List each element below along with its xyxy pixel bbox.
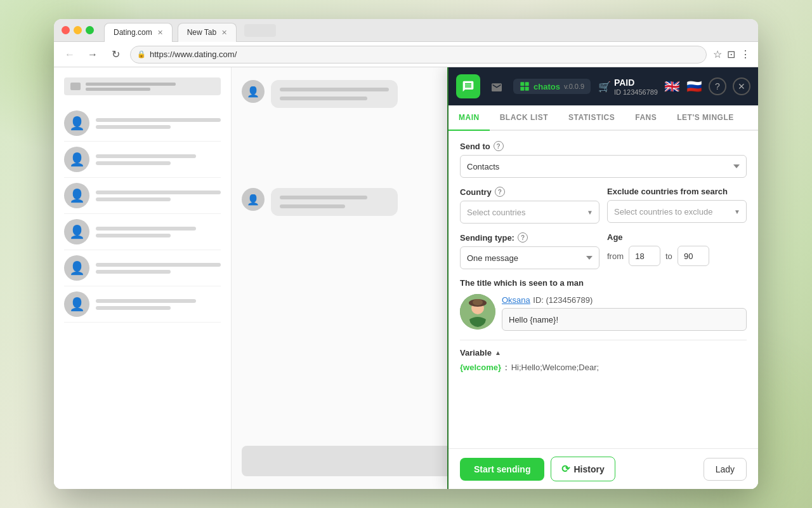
ext-main-content: Send to ? Contacts Country ? [449, 131, 758, 448]
sender-info: Oksana ID: (123456789) [502, 294, 747, 331]
close-window-btn[interactable] [62, 26, 70, 34]
bookmark-icon[interactable]: ☆ [713, 48, 722, 60]
tab-dating-close[interactable]: ✕ [157, 29, 163, 37]
avatar: 👤 [242, 80, 265, 103]
flag-ru-icon[interactable]: 🇷🇺 [686, 79, 702, 94]
sender-name-row: Oksana ID: (123456789) [502, 294, 747, 305]
list-item[interactable]: 👤 [64, 178, 221, 214]
dtb-lines [86, 83, 214, 91]
list-item[interactable]: 👤 [64, 214, 221, 250]
sending-type-select[interactable]: One message [460, 246, 599, 269]
maximize-window-btn[interactable] [86, 26, 94, 34]
dating-top-bar [64, 77, 221, 95]
avatar: 👤 [64, 291, 89, 317]
tab-statistics[interactable]: STATISTICS [558, 105, 625, 131]
address-bar[interactable]: 🔒 https://www.dating.com/ [130, 46, 707, 64]
country-help-icon[interactable]: ? [495, 187, 505, 197]
close-extension-button[interactable]: ✕ [733, 77, 750, 95]
send-to-help-icon[interactable]: ? [494, 141, 504, 151]
age-to-input[interactable] [678, 246, 709, 266]
avatar: 👤 [242, 188, 265, 211]
variable-section: Variable ▲ {welcome} : Hi;Hello;Welcome;… [460, 340, 747, 372]
paid-id: ID 123456789 [614, 88, 658, 96]
profile-lines [96, 118, 221, 129]
country-group: Country ? Select countries ▼ [460, 187, 599, 224]
ext-header: chatos v.0.0.9 🛒 PAID ID 123456789 🇬🇧 🇷🇺… [449, 67, 758, 105]
tab-fans[interactable]: FANS [625, 105, 667, 131]
tab-main[interactable]: MAIN [449, 105, 490, 131]
svg-rect-2 [520, 87, 524, 91]
sender-id: ID: (123456789) [533, 295, 593, 305]
variable-row: {welcome} : Hi;Hello;Welcome;Dear; [460, 363, 747, 372]
extensions-icon[interactable]: ⊡ [727, 48, 735, 60]
chat-bubble [271, 80, 398, 108]
start-sending-button[interactable]: Start sending [460, 458, 544, 481]
age-label: Age [607, 232, 747, 242]
list-item[interactable]: 👤 [64, 250, 221, 286]
flag-uk-icon[interactable]: 🇬🇧 [664, 79, 680, 94]
tab-blacklist[interactable]: BLACK LIST [490, 105, 558, 131]
profile-lines [96, 263, 221, 274]
dating-sidebar: 👤 👤 👤 [54, 67, 232, 489]
sender-name[interactable]: Oksana [502, 295, 530, 305]
svg-rect-0 [520, 82, 524, 86]
lady-button[interactable]: Lady [704, 458, 747, 481]
tab-newtab-label: New Tab [187, 28, 216, 37]
sending-type-group: Sending type: ? One message [460, 232, 599, 269]
minimize-window-btn[interactable] [74, 26, 82, 34]
avatar: 👤 [64, 147, 89, 172]
country-row: Country ? Select countries ▼ Exclude c [460, 187, 747, 232]
svg-rect-3 [525, 87, 529, 91]
menu-icon[interactable]: ⋮ [740, 48, 750, 60]
send-to-label: Send to ? [460, 141, 747, 151]
age-range-row: from to [607, 246, 747, 266]
paid-section: 🛒 PAID ID 123456789 [598, 77, 658, 96]
ext-nav-tabs: MAIN BLACK LIST STATISTICS FANS LET'S MI… [449, 105, 758, 131]
age-from-input[interactable] [629, 246, 660, 266]
send-to-select[interactable]: Contacts [460, 155, 747, 178]
reload-button[interactable]: ↻ [107, 46, 124, 63]
sending-type-help-icon[interactable]: ? [518, 232, 528, 243]
sending-type-label: Sending type: ? [460, 232, 599, 243]
exclude-select[interactable]: Select countries to exclude [607, 200, 747, 223]
sender-photo [460, 294, 495, 330]
list-item[interactable]: 👤 [64, 286, 221, 323]
tab-letsmingle[interactable]: LET'S MINGLE [667, 105, 744, 131]
chatos-chat-icon [456, 74, 480, 98]
svg-rect-1 [525, 82, 529, 86]
exclude-label: Exclude countries from search [607, 187, 747, 196]
list-item[interactable]: 👤 [64, 105, 221, 142]
message-input[interactable] [502, 308, 747, 331]
tab-newtab-close[interactable]: ✕ [221, 29, 227, 37]
country-label: Country ? [460, 187, 599, 197]
profile-lines [96, 227, 221, 237]
browser-window: Dating.com ✕ New Tab ✕ ← → ↻ 🔒 https://w… [54, 19, 758, 489]
lock-icon: 🔒 [137, 50, 146, 58]
toolbar-icons: ☆ ⊡ ⋮ [713, 48, 750, 60]
avatar: 👤 [64, 255, 89, 281]
forward-button[interactable]: → [84, 46, 101, 63]
chatos-version: v.0.0.9 [564, 83, 584, 90]
variable-header[interactable]: Variable ▲ [460, 348, 747, 358]
back-button[interactable]: ← [62, 46, 78, 63]
envelope-icon[interactable] [487, 76, 507, 97]
history-icon: ⟳ [561, 463, 570, 475]
tab-dating[interactable]: Dating.com ✕ [104, 23, 173, 42]
help-button[interactable]: ? [709, 77, 726, 95]
ext-footer: Start sending ⟳ History Lady [449, 448, 758, 489]
profile-lines [96, 299, 221, 310]
tab-newtab[interactable]: New Tab ✕ [178, 23, 237, 42]
country-select[interactable]: Select countries [460, 201, 599, 224]
new-tab-button[interactable] [244, 24, 276, 37]
history-button[interactable]: ⟳ History [551, 457, 615, 481]
list-item[interactable]: 👤 [64, 142, 221, 178]
extension-panel: chatos v.0.0.9 🛒 PAID ID 123456789 🇬🇧 🇷🇺… [447, 67, 758, 489]
type-age-row: Sending type: ? One message Age from [460, 232, 747, 278]
variable-name: {welcome} [460, 363, 501, 372]
age-group: Age from to [607, 232, 747, 269]
avatar: 👤 [64, 183, 89, 208]
sender-row: Oksana ID: (123456789) [460, 294, 747, 331]
age-to-label: to [665, 251, 672, 261]
chatos-badge: chatos v.0.0.9 [513, 79, 591, 94]
dtb-icon [70, 83, 81, 90]
